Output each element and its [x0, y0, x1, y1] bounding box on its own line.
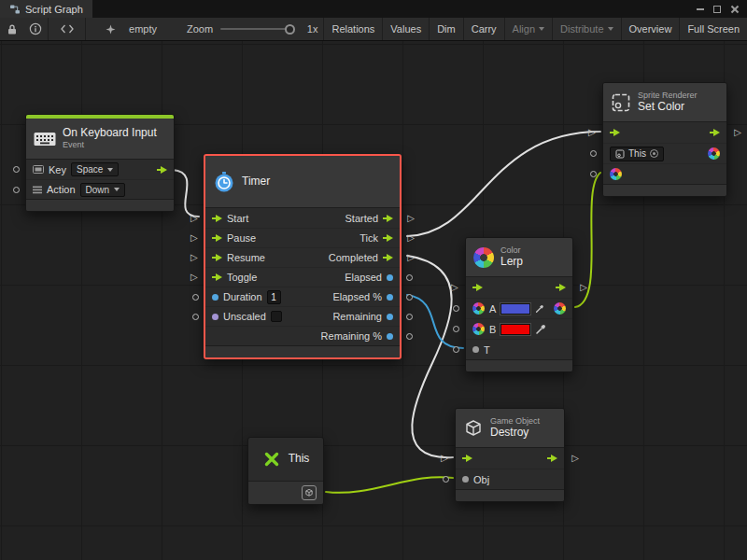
- set-color-flow-row: ▷ ▷: [603, 122, 726, 143]
- timer-row-2: ▷ Pause Tick ▷: [205, 228, 400, 247]
- flow-input-port[interactable]: ▷: [441, 454, 448, 463]
- flow-input-port[interactable]: ▷: [190, 233, 198, 243]
- duration-input[interactable]: 1: [267, 290, 281, 304]
- action-value: Down: [86, 185, 110, 195]
- value-output-dot: [387, 314, 393, 320]
- action-dropdown[interactable]: Down: [80, 183, 126, 197]
- wire-timer-completed-to-destroy[interactable]: [407, 256, 453, 457]
- color-output-port-icon[interactable]: [554, 302, 566, 315]
- close-icon[interactable]: [730, 5, 739, 13]
- relations-button[interactable]: Relations: [323, 18, 382, 40]
- flow-input-port[interactable]: ▷: [451, 283, 458, 292]
- flow-input-port[interactable]: ▷: [190, 213, 198, 222]
- value-input-port[interactable]: [453, 305, 459, 312]
- lerp-a-row: A: [466, 298, 572, 318]
- distribute-button[interactable]: Distribute: [552, 18, 620, 40]
- value-input-port[interactable]: [13, 187, 20, 193]
- fullscreen-button[interactable]: Full Screen: [679, 18, 747, 40]
- port-label: Pause: [227, 232, 256, 244]
- color-a-swatch[interactable]: [500, 303, 530, 315]
- value-input-port[interactable]: [443, 476, 449, 483]
- color-output-port-icon[interactable]: [708, 147, 720, 160]
- chevron-down-icon: [608, 27, 613, 31]
- flow-arrow-icon: [710, 128, 720, 137]
- timer-row-4: ▷ Toggle Elapsed: [205, 267, 400, 287]
- relations-label: Relations: [331, 23, 374, 35]
- value-output-port[interactable]: [406, 294, 413, 301]
- align-button[interactable]: Align: [504, 18, 552, 40]
- flow-output-port[interactable]: ▷: [571, 454, 579, 463]
- key-row: Key Space: [26, 160, 174, 179]
- node-header[interactable]: Game Object Destroy: [456, 409, 564, 448]
- value-input-port[interactable]: [192, 294, 199, 301]
- node-title: On Keyboard Input: [63, 127, 157, 140]
- lock-icon[interactable]: [0, 18, 24, 40]
- minimize-icon[interactable]: [697, 8, 704, 10]
- eyedropper-icon[interactable]: [535, 324, 546, 335]
- eyedropper-icon[interactable]: [535, 303, 544, 315]
- carry-button[interactable]: Carry: [463, 18, 504, 40]
- on-keyboard-input-node[interactable]: On Keyboard Input Event Key Space Action…: [25, 114, 175, 212]
- node-header[interactable]: Timer: [205, 156, 400, 208]
- zoom-value: 1x: [302, 23, 324, 35]
- flow-input-port[interactable]: ▷: [190, 253, 198, 262]
- object-picker-icon[interactable]: [650, 149, 658, 158]
- collapse-chevrons-icon[interactable]: [49, 18, 85, 40]
- graph-canvas[interactable]: On Keyboard Input Event Key Space Action…: [0, 41, 747, 560]
- flow-output-arrow-icon[interactable]: [157, 165, 167, 175]
- wire-this-to-destroy-obj[interactable]: [326, 477, 453, 493]
- node-header[interactable]: This: [248, 438, 323, 481]
- port-label: Remaining %: [321, 330, 382, 342]
- flow-output-port[interactable]: ▷: [407, 233, 415, 243]
- value-input-port[interactable]: [13, 166, 20, 173]
- destroy-obj-row: Obj: [456, 469, 564, 489]
- this-node[interactable]: This: [247, 437, 324, 505]
- flow-output-port[interactable]: ▷: [734, 128, 741, 137]
- lerp-b-row: B: [466, 318, 572, 339]
- flow-input-port[interactable]: ▷: [588, 128, 596, 137]
- set-color-node[interactable]: Sprite Renderer Set Color ▷ ▷ This: [602, 82, 727, 197]
- flow-input-port[interactable]: ▷: [190, 273, 198, 282]
- node-header[interactable]: On Keyboard Input Event: [26, 119, 174, 160]
- dim-label: Dim: [437, 23, 456, 35]
- destroy-node[interactable]: Game Object Destroy ▷ ▷ Obj: [455, 408, 565, 502]
- value-input-port[interactable]: [453, 346, 459, 353]
- values-button[interactable]: Values: [382, 18, 429, 40]
- info-icon[interactable]: [24, 18, 49, 40]
- flow-arrow-icon: [383, 233, 393, 243]
- value-output-port[interactable]: [406, 314, 413, 320]
- flow-output-port[interactable]: ▷: [407, 253, 415, 262]
- value-input-port[interactable]: [590, 171, 597, 177]
- unscaled-checkbox[interactable]: [271, 311, 282, 322]
- zoom-slider[interactable]: [220, 28, 292, 30]
- timer-row-7: Remaining %: [205, 326, 400, 345]
- value-input-port[interactable]: [590, 150, 597, 157]
- value-output-port[interactable]: [406, 274, 413, 281]
- dim-button[interactable]: Dim: [429, 18, 463, 40]
- flow-output-port[interactable]: ▷: [407, 213, 415, 222]
- action-row: Action Down: [26, 179, 174, 199]
- keyboard-icon: [34, 132, 56, 147]
- maximize-icon[interactable]: [713, 6, 721, 13]
- wire-lerp-to-set-color-color[interactable]: [575, 173, 600, 307]
- value-output-port[interactable]: [406, 333, 413, 340]
- timer-node[interactable]: Timer ▷ Start Started ▷ ▷ Pause Tick ▷: [204, 154, 402, 359]
- wire-elapsed-percent-to-lerp-t[interactable]: [407, 295, 463, 348]
- key-dropdown[interactable]: Space: [71, 162, 119, 176]
- node-header[interactable]: Sprite Renderer Set Color: [603, 83, 726, 122]
- overview-button[interactable]: Overview: [621, 18, 680, 40]
- target-object-field[interactable]: This: [610, 147, 664, 161]
- color-lerp-node[interactable]: Color Lerp ▷ ▷ A: [465, 237, 573, 372]
- color-b-swatch[interactable]: [500, 324, 530, 335]
- graph-toolbar: empty Zoom 1x Relations Values Dim Carry…: [0, 18, 747, 41]
- tab-script-graph[interactable]: Script Graph: [0, 0, 92, 18]
- wire-timer-tick-to-set-color[interactable]: [407, 132, 600, 236]
- value-input-port[interactable]: [192, 314, 199, 320]
- flow-output-port[interactable]: ▷: [580, 283, 587, 292]
- node-header[interactable]: Color Lerp: [466, 238, 572, 277]
- zoom-slider-knob[interactable]: [285, 24, 295, 35]
- value-input-port[interactable]: [453, 326, 459, 332]
- game-object-output-port[interactable]: [302, 485, 317, 500]
- wire-keyboard-to-timer-start[interactable]: [173, 170, 199, 217]
- color-input-port-icon[interactable]: [610, 168, 622, 180]
